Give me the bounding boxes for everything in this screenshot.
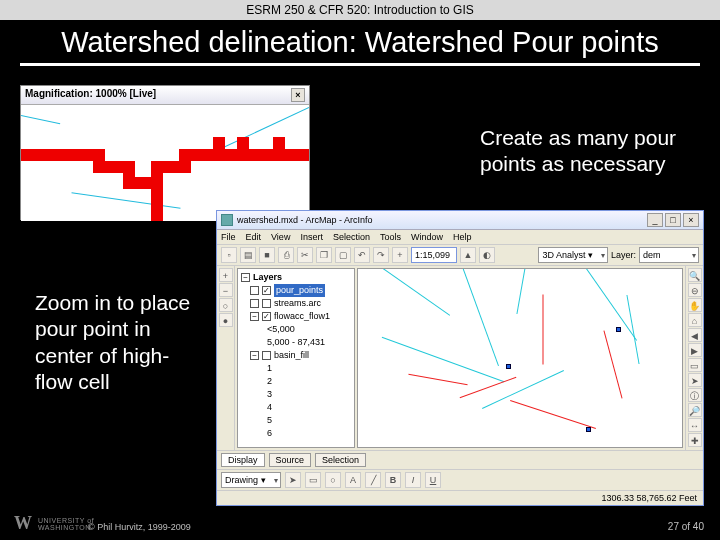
magnification-canvas bbox=[21, 105, 309, 221]
zoom-out-icon[interactable]: ⊖ bbox=[688, 283, 702, 297]
magnification-titlebar[interactable]: Magnification: 1000% [Live] × bbox=[21, 86, 309, 105]
map-canvas[interactable] bbox=[357, 268, 683, 448]
menu-window[interactable]: Window bbox=[411, 232, 443, 242]
legend-label: 3 bbox=[267, 388, 272, 401]
undo-icon[interactable]: ↶ bbox=[354, 247, 370, 263]
legend-entry: <5,000 bbox=[240, 323, 352, 336]
checkbox[interactable] bbox=[262, 299, 271, 308]
layer-item[interactable]: −basin_fill bbox=[240, 349, 352, 362]
checkbox[interactable]: ✓ bbox=[262, 312, 271, 321]
close-button[interactable]: × bbox=[683, 213, 699, 227]
layer-label[interactable]: flowacc_flow1 bbox=[274, 310, 330, 323]
callout-right: Create as many pour points as necessary bbox=[480, 125, 680, 178]
layer-label[interactable]: streams.arc bbox=[274, 297, 321, 310]
close-icon[interactable]: × bbox=[291, 88, 305, 102]
right-toolstrip[interactable]: 🔍 ⊖ ✋ ⌂ ◀ ▶ ▭ ➤ ⓘ 🔎 ↔ ✚ bbox=[685, 266, 703, 450]
save-icon[interactable]: ■ bbox=[259, 247, 275, 263]
measure-icon[interactable]: ↔ bbox=[688, 418, 702, 432]
cut-icon[interactable]: ✂ bbox=[297, 247, 313, 263]
checkbox[interactable]: ✓ bbox=[262, 286, 271, 295]
uw-logo: W UNIVERSITY ofWASHINGTON bbox=[14, 513, 94, 534]
legend-label: 5,000 - 87,431 bbox=[267, 336, 325, 349]
legend-label: <5,000 bbox=[267, 323, 295, 336]
pointer-icon[interactable]: ➤ bbox=[688, 373, 702, 387]
copy-icon[interactable]: ❐ bbox=[316, 247, 332, 263]
pour-point-marker[interactable] bbox=[506, 364, 511, 369]
circle-icon[interactable]: ○ bbox=[325, 472, 341, 488]
menu-tools[interactable]: Tools bbox=[380, 232, 401, 242]
zoom-in-icon[interactable]: 🔍 bbox=[688, 268, 702, 282]
maximize-button[interactable]: □ bbox=[665, 213, 681, 227]
minus-icon[interactable]: − bbox=[219, 283, 233, 297]
legend-label: 4 bbox=[267, 401, 272, 414]
tab-source[interactable]: Source bbox=[269, 453, 312, 467]
rect-icon[interactable]: ▭ bbox=[305, 472, 321, 488]
layer-label[interactable]: pour_points bbox=[274, 284, 325, 297]
print-icon[interactable]: ⎙ bbox=[278, 247, 294, 263]
pan-icon[interactable]: ✋ bbox=[688, 298, 702, 312]
analysis-dropdown[interactable]: 3D Analyst ▾ bbox=[538, 247, 608, 263]
drawing-toolbar[interactable]: Drawing ▾ ➤ ▭ ○ A ╱ B I U bbox=[217, 469, 703, 490]
identify-icon[interactable]: ⓘ bbox=[688, 388, 702, 402]
add-data-icon[interactable]: + bbox=[392, 247, 408, 263]
expand-icon[interactable]: − bbox=[250, 312, 259, 321]
expand-icon[interactable]: − bbox=[241, 273, 250, 282]
paste-icon[interactable]: ▢ bbox=[335, 247, 351, 263]
next-extent-icon[interactable]: ▶ bbox=[688, 343, 702, 357]
new-icon[interactable]: ▫ bbox=[221, 247, 237, 263]
checkbox[interactable] bbox=[262, 351, 271, 360]
tab-selection[interactable]: Selection bbox=[315, 453, 366, 467]
legend-label: 1 bbox=[267, 362, 272, 375]
layer-item[interactable]: ✓pour_points bbox=[240, 284, 352, 297]
arcmap-menubar[interactable]: FileEditViewInsertSelectionToolsWindowHe… bbox=[217, 230, 703, 245]
tab-display[interactable]: Display bbox=[221, 453, 265, 467]
globe-icon[interactable]: ● bbox=[219, 313, 233, 327]
legend-entry: 3 bbox=[240, 388, 352, 401]
uw-w-icon: W bbox=[14, 513, 32, 534]
expand-icon[interactable] bbox=[250, 299, 259, 308]
bold-icon[interactable]: B bbox=[385, 472, 401, 488]
table-of-contents[interactable]: −Layers✓pour_pointsstreams.arc−✓flowacc_… bbox=[237, 268, 355, 448]
legend-entry: 2 bbox=[240, 375, 352, 388]
pour-point-marker[interactable] bbox=[586, 427, 591, 432]
minimize-button[interactable]: _ bbox=[647, 213, 663, 227]
line-icon[interactable]: ╱ bbox=[365, 472, 381, 488]
menu-insert[interactable]: Insert bbox=[300, 232, 323, 242]
arcmap-window: watershed.mxd - ArcMap - ArcInfo _ □ × F… bbox=[216, 210, 704, 506]
scale-input[interactable]: 1:15,099 bbox=[411, 247, 457, 263]
layer-label[interactable]: basin_fill bbox=[274, 349, 309, 362]
menu-selection[interactable]: Selection bbox=[333, 232, 370, 242]
tool-icon[interactable]: ▲ bbox=[460, 247, 476, 263]
prev-extent-icon[interactable]: ◀ bbox=[688, 328, 702, 342]
redo-icon[interactable]: ↷ bbox=[373, 247, 389, 263]
drawing-dropdown[interactable]: Drawing ▾ bbox=[221, 472, 281, 488]
layer-dropdown[interactable]: dem bbox=[639, 247, 699, 263]
menu-help[interactable]: Help bbox=[453, 232, 472, 242]
plus-icon[interactable]: + bbox=[219, 268, 233, 282]
tool-icon[interactable]: ◐ bbox=[479, 247, 495, 263]
layer-label: Layer: bbox=[611, 250, 636, 260]
find-icon[interactable]: 🔎 bbox=[688, 403, 702, 417]
menu-edit[interactable]: Edit bbox=[246, 232, 262, 242]
pointer-icon[interactable]: ➤ bbox=[285, 472, 301, 488]
text-icon[interactable]: A bbox=[345, 472, 361, 488]
select-icon[interactable]: ▭ bbox=[688, 358, 702, 372]
toc-tabs[interactable]: DisplaySourceSelection bbox=[217, 450, 703, 469]
italic-icon[interactable]: I bbox=[405, 472, 421, 488]
arcmap-toolbar[interactable]: ▫ ▤ ■ ⎙ ✂ ❐ ▢ ↶ ↷ + 1:15,099 ▲ ◐ 3D Anal… bbox=[217, 245, 703, 266]
expand-icon[interactable] bbox=[250, 286, 259, 295]
menu-view[interactable]: View bbox=[271, 232, 290, 242]
expand-icon[interactable]: − bbox=[250, 351, 259, 360]
toc-root[interactable]: Layers bbox=[253, 271, 282, 284]
open-icon[interactable]: ▤ bbox=[240, 247, 256, 263]
arcmap-titlebar[interactable]: watershed.mxd - ArcMap - ArcInfo _ □ × bbox=[217, 211, 703, 230]
layer-item[interactable]: −✓flowacc_flow1 bbox=[240, 310, 352, 323]
layer-item[interactable]: streams.arc bbox=[240, 297, 352, 310]
pour-point-marker[interactable] bbox=[616, 327, 621, 332]
globe-icon[interactable]: ○ bbox=[219, 298, 233, 312]
left-toolstrip[interactable]: + − ○ ● bbox=[217, 266, 235, 450]
underline-icon[interactable]: U bbox=[425, 472, 441, 488]
full-extent-icon[interactable]: ⌂ bbox=[688, 313, 702, 327]
menu-file[interactable]: File bbox=[221, 232, 236, 242]
xytool-icon[interactable]: ✚ bbox=[688, 433, 702, 447]
